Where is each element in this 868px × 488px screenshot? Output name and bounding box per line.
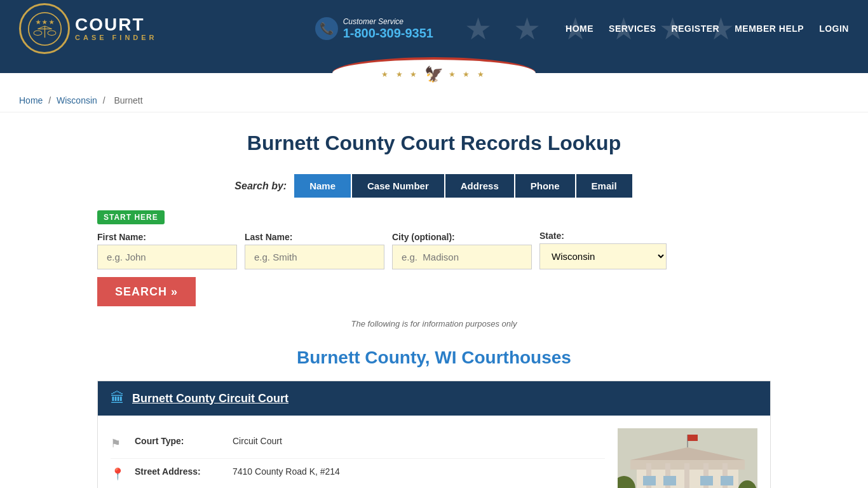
tab-phone[interactable]: Phone <box>515 174 575 198</box>
state-select[interactable]: Wisconsin <box>539 243 667 269</box>
stars-left: ★ ★ ★ <box>381 70 419 79</box>
nav-member-help[interactable]: MEMBER HELP <box>735 24 804 34</box>
tab-address[interactable]: Address <box>445 174 514 198</box>
logo-title: COURT <box>75 16 158 34</box>
main-content: Burnett County Court Records Lookup Sear… <box>85 112 783 488</box>
court-type-value: Circuit Court <box>233 436 282 446</box>
logo-area: ★ ★ ★ COURT CASE FINDER <box>19 3 158 54</box>
svg-rect-16 <box>684 463 689 488</box>
court-details: ⚑ Court Type: Circuit Court 📍 Street Add… <box>111 428 605 488</box>
search-button[interactable]: SEARCH » <box>97 277 196 306</box>
page-title: Burnett County Court Records Lookup <box>97 132 771 155</box>
svg-rect-21 <box>663 476 676 485</box>
search-by-row: Search by: Name Case Number Address Phon… <box>97 174 771 198</box>
breadcrumb-sep1: / <box>48 95 53 105</box>
tab-name[interactable]: Name <box>294 174 351 198</box>
first-name-group: First Name: <box>97 232 237 269</box>
breadcrumb: Home / Wisconsin / Burnett <box>0 89 868 112</box>
court-image <box>618 428 757 488</box>
court-type-label: Court Type: <box>135 436 224 446</box>
nav-register[interactable]: REGISTER <box>672 24 720 34</box>
last-name-input[interactable] <box>245 245 384 269</box>
city-input[interactable] <box>392 245 532 269</box>
eagle-banner: ★ ★ ★ 🦅 ★ ★ ★ <box>0 57 868 89</box>
breadcrumb-home[interactable]: Home <box>19 95 43 105</box>
svg-rect-27 <box>688 435 698 441</box>
tab-case-number[interactable]: Case Number <box>352 174 444 198</box>
court-name-link[interactable]: Burnett County Circuit Court <box>132 392 288 405</box>
nav-login[interactable]: LOGIN <box>819 24 849 34</box>
court-type-row: ⚑ Court Type: Circuit Court <box>111 428 605 459</box>
svg-rect-22 <box>700 476 713 485</box>
logo-badge: ★ ★ ★ <box>19 3 70 54</box>
customer-service: 📞 Customer Service 1-800-309-9351 <box>315 17 433 41</box>
eagle-icon: 🦅 <box>424 65 444 83</box>
search-arrow-icon: » <box>171 285 178 299</box>
state-group: State: Wisconsin <box>539 231 667 269</box>
first-name-input[interactable] <box>97 245 237 269</box>
info-note: The following is for information purpose… <box>97 319 771 329</box>
court-card-body: ⚑ Court Type: Circuit Court 📍 Street Add… <box>98 416 770 488</box>
eagle-banner-inner: ★ ★ ★ 🦅 ★ ★ ★ <box>332 57 536 89</box>
courthouses-title: Burnett County, WI Courthouses <box>97 348 771 368</box>
search-section: Search by: Name Case Number Address Phon… <box>97 174 771 306</box>
cs-label: Customer Service <box>343 17 433 26</box>
address-value: 7410 County Road K, #214 <box>233 466 340 477</box>
breadcrumb-sep2: / <box>103 95 108 105</box>
cs-number: 1-800-309-9351 <box>343 26 433 41</box>
nav-services[interactable]: SERVICES <box>609 24 656 34</box>
state-label: State: <box>539 231 667 241</box>
address-icon: 📍 <box>111 467 126 481</box>
search-by-label: Search by: <box>234 180 287 192</box>
search-form: First Name: Last Name: City (optional): … <box>97 231 771 306</box>
breadcrumb-state[interactable]: Wisconsin <box>57 95 97 105</box>
svg-rect-20 <box>643 476 656 485</box>
last-name-label: Last Name: <box>245 232 384 242</box>
main-nav: HOME SERVICES REGISTER MEMBER HELP LOGIN <box>566 24 849 34</box>
stars-right: ★ ★ ★ <box>449 70 487 79</box>
phone-icon: 📞 <box>315 17 338 40</box>
address-label: Street Address: <box>135 466 224 477</box>
svg-text:★ ★ ★: ★ ★ ★ <box>35 19 54 25</box>
logo-text: COURT CASE FINDER <box>75 16 158 41</box>
last-name-group: Last Name: <box>245 232 384 269</box>
court-card-header: 🏛 Burnett County Circuit Court <box>98 381 770 416</box>
first-name-label: First Name: <box>97 232 237 242</box>
courthouse-icon: 🏛 <box>111 390 125 407</box>
search-button-label: SEARCH <box>115 285 167 299</box>
breadcrumb-county: Burnett <box>114 95 143 105</box>
site-header: ★ ★ ★ ★ ★ ★ ★ ★ ★ COURT CASE FINDER 📞 Cu… <box>0 0 868 57</box>
court-address-row: 📍 Street Address: 7410 County Road K, #2… <box>111 459 605 488</box>
start-here-badge: START HERE <box>97 210 165 224</box>
city-group: City (optional): <box>392 232 532 269</box>
court-card: 🏛 Burnett County Circuit Court ⚑ Court T… <box>97 381 771 488</box>
nav-home[interactable]: HOME <box>566 24 593 34</box>
eagle-content: ★ ★ ★ 🦅 ★ ★ ★ <box>381 65 486 83</box>
court-type-icon: ⚑ <box>111 437 126 451</box>
city-label: City (optional): <box>392 232 532 242</box>
tab-email[interactable]: Email <box>576 174 632 198</box>
logo-subtitle: CASE FINDER <box>75 34 158 41</box>
cs-text: Customer Service 1-800-309-9351 <box>343 17 433 41</box>
svg-rect-23 <box>721 476 733 485</box>
